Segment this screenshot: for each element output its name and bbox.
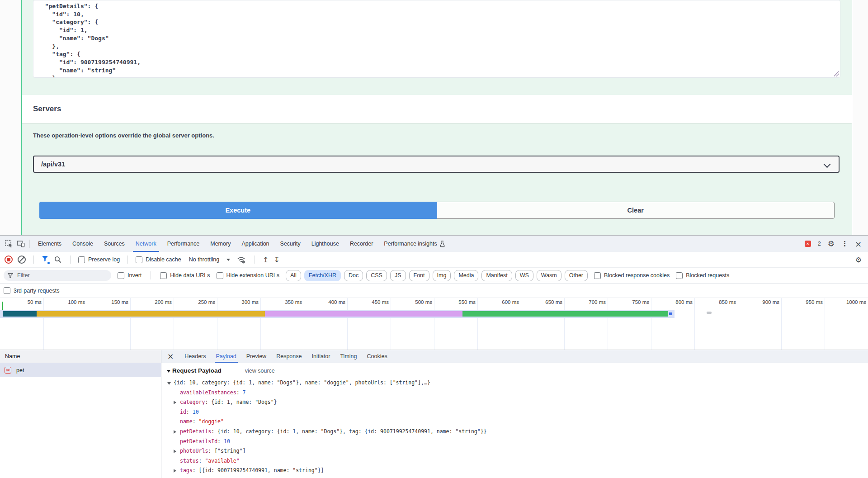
request-body-editor[interactable]: "petDetails": { "id": 10, "category": { … bbox=[33, 0, 840, 78]
filter-funnel-icon[interactable] bbox=[42, 256, 48, 264]
token-plain: : bbox=[193, 418, 199, 425]
textarea-resize-handle[interactable] bbox=[834, 71, 839, 76]
checkbox[interactable] bbox=[118, 272, 124, 279]
request-payload-section-toggle[interactable]: Request Payload bbox=[167, 367, 222, 374]
filter-type-img[interactable]: Img bbox=[433, 270, 451, 281]
network-settings-gear-icon[interactable]: ⚙ bbox=[855, 256, 862, 264]
devtools-tab-network[interactable]: Network bbox=[130, 236, 162, 252]
disable-cache-checkbox[interactable]: Disable cache bbox=[136, 256, 181, 263]
record-network-log-icon[interactable] bbox=[5, 256, 13, 264]
clear-button[interactable]: Clear bbox=[437, 202, 835, 219]
blocked-requests-checkbox[interactable]: Blocked requests bbox=[676, 272, 729, 279]
checkbox[interactable] bbox=[4, 287, 10, 294]
payload-tree-row[interactable]: photoUrls: ["string"] bbox=[161, 446, 868, 456]
third-party-requests-checkbox[interactable]: 3rd-party requests bbox=[4, 287, 59, 294]
detail-tab-payload[interactable]: Payload bbox=[211, 350, 241, 363]
timeline-gridline bbox=[304, 298, 304, 350]
filter-type-js[interactable]: JS bbox=[390, 270, 406, 281]
token-key: category bbox=[180, 399, 205, 405]
checkbox[interactable] bbox=[676, 272, 683, 279]
filter-type-fetch-xhr[interactable]: Fetch/XHR bbox=[304, 270, 341, 281]
detail-tab-headers[interactable]: Headers bbox=[179, 350, 211, 363]
execute-button[interactable]: Execute bbox=[39, 202, 437, 219]
devtools-tab-elements[interactable]: Elements bbox=[33, 236, 67, 252]
payload-tree-row[interactable]: {id: 10, category: {id: 1, name: "Dogs"}… bbox=[161, 378, 868, 388]
detail-tab-response[interactable]: Response bbox=[271, 350, 307, 363]
disclosure-triangle-icon[interactable] bbox=[167, 382, 171, 385]
preserve-log-checkbox[interactable]: Preserve log bbox=[78, 256, 120, 263]
payload-tree-row[interactable]: category: {id: 1, name: "Dogs"} bbox=[161, 398, 868, 407]
devtools-tab-application[interactable]: Application bbox=[236, 236, 274, 252]
checkbox[interactable] bbox=[160, 272, 167, 279]
timeline-gridline bbox=[825, 298, 825, 350]
devtools-tab-performance-insights[interactable]: Performance insights bbox=[378, 236, 450, 252]
checkbox[interactable] bbox=[136, 256, 142, 263]
server-select[interactable]: /api/v31 bbox=[33, 156, 840, 173]
overview-segment-green bbox=[462, 311, 668, 317]
filter-type-other[interactable]: Other bbox=[565, 270, 588, 281]
request-body-json[interactable]: "petDetails": { "id": 10, "category": { … bbox=[33, 0, 840, 78]
timeline-tick-label: 700 ms bbox=[574, 299, 606, 305]
filter-type-ws[interactable]: WS bbox=[515, 270, 533, 281]
disclosure-triangle-icon[interactable] bbox=[174, 430, 176, 434]
close-devtools-icon[interactable]: × bbox=[855, 239, 862, 249]
payload-tree-row[interactable]: status: "available" bbox=[161, 456, 868, 466]
devtools-tab-performance[interactable]: Performance bbox=[162, 236, 205, 252]
detail-tab-cookies[interactable]: Cookies bbox=[362, 350, 392, 363]
payload-tree-row[interactable]: id: 10 bbox=[161, 407, 868, 417]
payload-tree-row[interactable]: tags: [{id: 9007199254740991, name: "str… bbox=[161, 466, 868, 476]
detail-tab-preview[interactable]: Preview bbox=[241, 350, 271, 363]
invert-checkbox[interactable]: Invert bbox=[118, 272, 142, 279]
device-toolbar-icon[interactable] bbox=[15, 238, 27, 250]
payload-tree-row[interactable]: availableInstances: 7 bbox=[161, 388, 868, 398]
settings-gear-icon[interactable]: ⚙ bbox=[828, 239, 835, 248]
payload-tree-row[interactable]: petDetailsId: 10 bbox=[161, 437, 868, 447]
import-har-icon[interactable]: ↥ bbox=[263, 256, 269, 264]
devtools-tab-security[interactable]: Security bbox=[275, 236, 306, 252]
hide-extension-urls-checkbox[interactable]: Hide extension URLs bbox=[217, 272, 279, 279]
devtools-tab-sources[interactable]: Sources bbox=[99, 236, 130, 252]
filter-type-css[interactable]: CSS bbox=[366, 270, 387, 281]
error-badge-icon[interactable]: × bbox=[805, 241, 811, 247]
request-row-pet[interactable]: <>pet bbox=[0, 363, 161, 377]
timeline-tick-label: 250 ms bbox=[184, 299, 215, 305]
token-plain: : bbox=[217, 438, 224, 445]
timeline-gridline bbox=[391, 298, 391, 350]
filter-type-manifest[interactable]: Manifest bbox=[481, 270, 512, 281]
kebab-menu-icon[interactable]: ⋮ bbox=[841, 240, 848, 248]
checkbox[interactable] bbox=[78, 256, 85, 263]
filter-type-media[interactable]: Media bbox=[454, 270, 478, 281]
filter-input-pill[interactable] bbox=[4, 270, 111, 281]
disclosure-triangle-icon[interactable] bbox=[174, 401, 176, 404]
name-column-header[interactable]: Name bbox=[0, 350, 161, 363]
filter-type-font[interactable]: Font bbox=[409, 270, 429, 281]
checkbox[interactable] bbox=[594, 272, 601, 279]
payload-tree-row[interactable]: petDetails: {id: 10, category: {id: 1, n… bbox=[161, 427, 868, 437]
network-overview-timeline[interactable]: 50 ms100 ms150 ms200 ms250 ms300 ms350 m… bbox=[0, 298, 868, 350]
devtools-tab-lighthouse[interactable]: Lighthouse bbox=[306, 236, 344, 252]
detail-tab-timing[interactable]: Timing bbox=[335, 350, 362, 363]
checkbox[interactable] bbox=[217, 272, 223, 279]
filter-type-wasm[interactable]: Wasm bbox=[537, 270, 561, 281]
devtools-tab-memory[interactable]: Memory bbox=[205, 236, 236, 252]
devtools-tab-recorder[interactable]: Recorder bbox=[344, 236, 378, 252]
filter-input[interactable] bbox=[16, 272, 99, 279]
clear-network-log-icon[interactable] bbox=[18, 256, 26, 264]
network-conditions-icon[interactable] bbox=[235, 254, 247, 265]
timeline-tick-label: 600 ms bbox=[487, 299, 519, 305]
detail-tab-initiator[interactable]: Initiator bbox=[307, 350, 335, 363]
hide-data-urls-checkbox[interactable]: Hide data URLs bbox=[160, 272, 210, 279]
blocked-response-cookies-checkbox[interactable]: Blocked response cookies bbox=[594, 272, 670, 279]
inspect-element-icon[interactable] bbox=[3, 238, 15, 250]
disclosure-triangle-icon[interactable] bbox=[174, 450, 176, 453]
payload-tree-row[interactable]: name: "doggie" bbox=[161, 417, 868, 427]
search-icon[interactable] bbox=[53, 254, 62, 265]
devtools-tab-console[interactable]: Console bbox=[67, 236, 99, 252]
close-detail-icon[interactable]: × bbox=[161, 353, 179, 360]
view-source-link[interactable]: view source bbox=[245, 368, 275, 374]
disclosure-triangle-icon[interactable] bbox=[174, 469, 176, 473]
throttling-dropdown[interactable]: No throttling bbox=[189, 256, 230, 263]
export-har-icon[interactable]: ↧ bbox=[274, 256, 280, 264]
filter-type-doc[interactable]: Doc bbox=[344, 270, 363, 281]
filter-type-all[interactable]: All bbox=[286, 270, 301, 281]
